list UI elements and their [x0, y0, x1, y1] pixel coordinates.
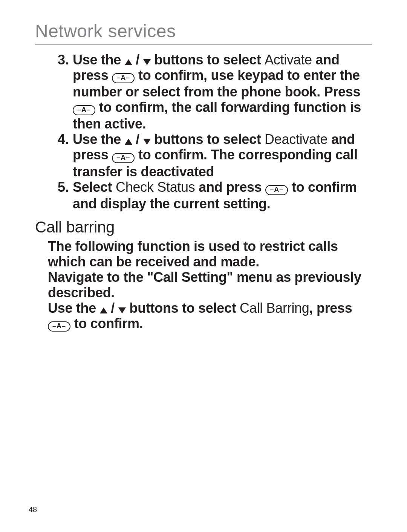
a-button-icon: –A–: [73, 105, 95, 115]
section-body: The following function is used to restri…: [48, 238, 372, 332]
paragraph: The following function is used to restri…: [48, 238, 372, 269]
step-4: 4. Use the / buttons to select Deactivat…: [58, 131, 372, 179]
step-list: 3. Use the / buttons to select Activate …: [35, 52, 372, 211]
a-button-icon: –A–: [112, 153, 135, 163]
down-arrow-icon: [118, 307, 126, 313]
text: to confirm, use keypad to enter the numb…: [73, 67, 360, 99]
term-check-status: Check Status: [116, 179, 195, 195]
down-arrow-icon: [143, 59, 151, 65]
a-button-icon: –A–: [112, 73, 135, 83]
title-rule: [35, 44, 372, 45]
text: Use the: [48, 300, 100, 316]
text: buttons to select: [151, 131, 265, 147]
text: Select: [73, 179, 116, 195]
text: /: [132, 52, 143, 67]
text: to confirm, the call forwarding function…: [73, 99, 361, 131]
section-title-call-barring: Call barring: [35, 218, 372, 236]
text: to confirm.: [70, 316, 143, 331]
text: /: [132, 131, 143, 147]
step-number: 3.: [58, 52, 69, 67]
page-title: Network services: [35, 21, 372, 41]
term-deactivate: Deactivate: [265, 131, 327, 147]
text: , press: [309, 300, 352, 316]
step-number: 5.: [58, 179, 69, 195]
text: buttons to select: [126, 300, 240, 316]
up-arrow-icon: [125, 59, 132, 65]
text: Use the: [73, 52, 125, 67]
up-arrow-icon: [100, 307, 107, 313]
page-number: 48: [29, 505, 37, 514]
term-call-barring: Call Barring: [240, 300, 309, 316]
a-button-icon: –A–: [48, 321, 70, 332]
up-arrow-icon: [125, 139, 132, 145]
manual-page: Network services 3. Use the / buttons to…: [0, 0, 407, 532]
step-3: 3. Use the / buttons to select Activate …: [58, 52, 372, 131]
paragraph: Use the / buttons to select Call Barring…: [48, 300, 372, 332]
text: to confirm. The corresponding call trans…: [73, 147, 358, 179]
step-number: 4.: [58, 131, 69, 147]
step-5: 5. Select Check Status and press –A– to …: [58, 179, 372, 211]
paragraph: Navigate to the "Call Setting" menu as p…: [48, 269, 372, 300]
down-arrow-icon: [143, 139, 151, 145]
text: /: [107, 300, 118, 316]
a-button-icon: –A–: [265, 185, 288, 195]
text: buttons to select: [151, 52, 265, 67]
term-activate: Activate: [265, 52, 312, 67]
text: and press: [195, 179, 265, 195]
text: Use the: [73, 131, 125, 147]
